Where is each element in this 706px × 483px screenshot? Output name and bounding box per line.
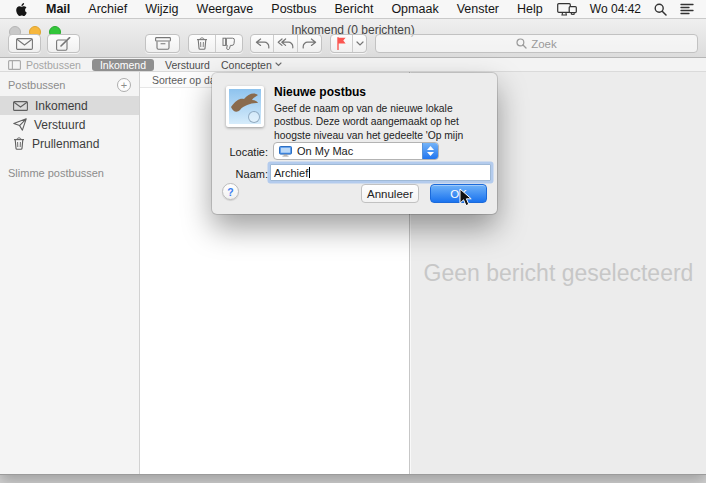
- name-field[interactable]: Archief: [270, 164, 491, 181]
- menu-mail[interactable]: Mail: [37, 2, 79, 16]
- spotlight-search-icon[interactable]: [654, 3, 667, 16]
- add-mailbox-button[interactable]: +: [117, 78, 131, 92]
- favorites-inkomend[interactable]: Inkomend: [92, 59, 154, 71]
- no-message-text: Geen bericht geselecteerd: [424, 260, 694, 287]
- name-label: Naam:: [214, 168, 268, 180]
- compose-icon: [56, 37, 71, 51]
- paper-plane-icon: [13, 118, 27, 131]
- sidebar-section-mailboxes: Postbussen: [8, 79, 65, 91]
- flag-group: [330, 34, 367, 53]
- dialog-title: Nieuwe postbus: [274, 85, 366, 99]
- get-mail-button[interactable]: [8, 34, 41, 53]
- delete-button[interactable]: [189, 35, 216, 52]
- forward-icon: [302, 38, 317, 49]
- mouse-cursor: [459, 188, 473, 212]
- menu-venster[interactable]: Venster: [448, 2, 508, 16]
- archive-button[interactable]: [145, 34, 180, 53]
- search-placeholder: Zoek: [531, 38, 557, 50]
- location-value: On My Mac: [297, 145, 353, 157]
- cancel-button[interactable]: Annuleer: [361, 184, 419, 203]
- postmark-decoration: [248, 111, 260, 123]
- sidebar-item-label: Prullenmand: [32, 137, 99, 151]
- favorites-mailboxes-label: Postbussen: [26, 59, 81, 71]
- search-input[interactable]: Zoek: [375, 34, 698, 53]
- text-caret: [309, 167, 310, 178]
- help-button[interactable]: ?: [222, 183, 239, 200]
- sidebar-item-prullenmand[interactable]: Prullenmand: [0, 134, 139, 153]
- thumbs-down-icon: [222, 37, 236, 50]
- favorites-concepten[interactable]: Concepten: [221, 59, 282, 71]
- sidebar-item-label: Verstuurd: [34, 118, 85, 132]
- menu-postbus[interactable]: Postbus: [262, 2, 325, 16]
- reply-group: [250, 34, 322, 53]
- mail-app-icon: [226, 86, 264, 127]
- favorites-verstuurd[interactable]: Verstuurd: [165, 59, 210, 71]
- inbox-icon: [13, 101, 28, 111]
- window-toolbar: Inkomend (0 berichten): [0, 19, 706, 58]
- menu-help[interactable]: Help: [508, 2, 552, 16]
- new-mailbox-dialog: Nieuwe postbus Geef de naam op van de ni…: [212, 73, 497, 214]
- trash-icon: [196, 37, 208, 50]
- menu-archief[interactable]: Archief: [79, 2, 136, 16]
- mailbox-sidebar: Postbussen + Inkomend Verstuurd Prullenm…: [0, 72, 140, 474]
- envelope-icon: [16, 38, 33, 50]
- forward-button[interactable]: [298, 35, 321, 52]
- search-icon: [516, 38, 527, 49]
- compose-button[interactable]: [47, 34, 80, 53]
- apple-menu[interactable]: [8, 3, 37, 16]
- menu-weergave[interactable]: Weergave: [188, 2, 263, 16]
- sidebar-item-verstuurd[interactable]: Verstuurd: [0, 115, 139, 134]
- junk-button[interactable]: [216, 35, 242, 52]
- menu-bericht[interactable]: Bericht: [325, 2, 382, 16]
- sidebar-item-inkomend[interactable]: Inkomend: [0, 96, 139, 115]
- reply-all-button[interactable]: [274, 35, 297, 52]
- favorites-bar: Postbussen Inkomend Verstuurd Concepten: [0, 58, 706, 72]
- favorites-concepten-label: Concepten: [221, 59, 272, 71]
- apple-icon: [16, 3, 27, 16]
- menubar-clock[interactable]: Wo 04:42: [590, 2, 641, 16]
- sidebar-toggle-icon: [8, 60, 21, 70]
- trash-icon: [13, 137, 25, 150]
- menu-wijzig[interactable]: Wijzig: [136, 2, 187, 16]
- chevron-down-icon: [275, 62, 282, 67]
- menu-bar: Mail Archief Wijzig Weergave Postbus Ber…: [0, 0, 706, 19]
- location-label: Locatie:: [214, 146, 268, 158]
- computer-icon: [279, 146, 292, 157]
- select-stepper-icon: [422, 143, 438, 159]
- flag-button[interactable]: [331, 35, 353, 52]
- reply-all-icon: [277, 38, 294, 49]
- chevron-down-icon: [356, 41, 364, 46]
- flag-dropdown-button[interactable]: [353, 35, 366, 52]
- location-select[interactable]: On My Mac: [273, 142, 439, 160]
- sidebar-item-label: Inkomend: [35, 99, 88, 113]
- reply-button[interactable]: [251, 35, 274, 52]
- menu-opmaak[interactable]: Opmaak: [382, 2, 447, 16]
- name-field-value: Archief: [274, 167, 308, 179]
- reply-icon: [255, 38, 270, 49]
- displays-icon[interactable]: [557, 3, 577, 16]
- archive-box-icon: [155, 37, 171, 50]
- favorites-mailboxes-toggle[interactable]: Postbussen: [8, 59, 81, 71]
- sidebar-section-smart: Slimme postbussen: [0, 153, 139, 183]
- notification-center-icon[interactable]: [680, 3, 694, 15]
- flag-icon: [336, 37, 347, 50]
- delete-junk-group: [188, 34, 243, 53]
